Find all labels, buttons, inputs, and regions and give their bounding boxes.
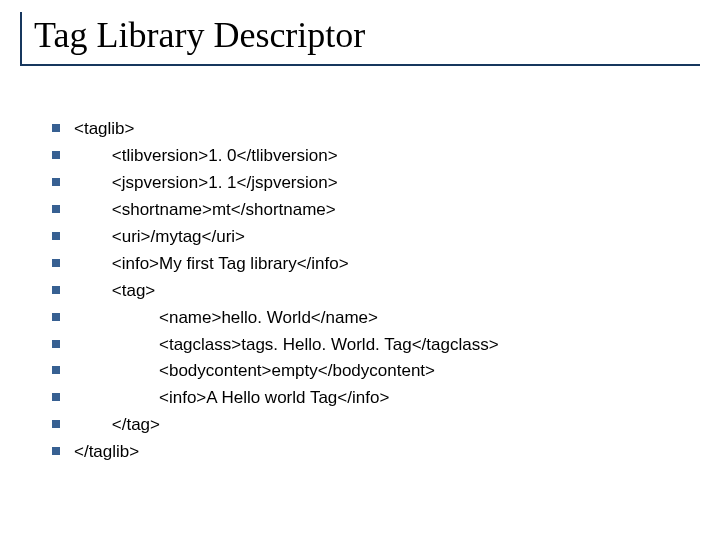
bullet-icon bbox=[52, 447, 60, 455]
bullet-icon bbox=[52, 151, 60, 159]
code-block: <taglib> <tlibversion>1. 0</tlibversion>… bbox=[52, 118, 690, 468]
code-line: <tlibversion>1. 0</tlibversion> bbox=[52, 145, 690, 168]
code-text: <info>My first Tag library</info> bbox=[74, 253, 349, 276]
bullet-icon bbox=[52, 124, 60, 132]
bullet-icon bbox=[52, 259, 60, 267]
slide-title: Tag Library Descriptor bbox=[34, 16, 700, 56]
bullet-icon bbox=[52, 340, 60, 348]
code-line: <taglib> bbox=[52, 118, 690, 141]
code-line: </taglib> bbox=[52, 441, 690, 464]
bullet-icon bbox=[52, 286, 60, 294]
code-text: </taglib> bbox=[74, 441, 139, 464]
bullet-icon bbox=[52, 205, 60, 213]
code-line: <tag> bbox=[52, 280, 690, 303]
title-container: Tag Library Descriptor bbox=[20, 12, 700, 66]
code-text: </tag> bbox=[74, 414, 160, 437]
slide: Tag Library Descriptor <taglib> <tlibver… bbox=[0, 0, 720, 540]
code-line: <uri>/mytag</uri> bbox=[52, 226, 690, 249]
code-text: <jspversion>1. 1</jspversion> bbox=[74, 172, 338, 195]
code-text: <taglib> bbox=[74, 118, 135, 141]
bullet-icon bbox=[52, 313, 60, 321]
title-rule: Tag Library Descriptor bbox=[20, 12, 700, 66]
code-text: <uri>/mytag</uri> bbox=[74, 226, 245, 249]
code-line: <jspversion>1. 1</jspversion> bbox=[52, 172, 690, 195]
code-line: <shortname>mt</shortname> bbox=[52, 199, 690, 222]
code-text: <tlibversion>1. 0</tlibversion> bbox=[74, 145, 338, 168]
code-line: <name>hello. World</name> bbox=[52, 307, 690, 330]
code-text: <tag> bbox=[74, 280, 155, 303]
code-line: <bodycontent>empty</bodycontent> bbox=[52, 360, 690, 383]
code-line: <info>My first Tag library</info> bbox=[52, 253, 690, 276]
bullet-icon bbox=[52, 178, 60, 186]
bullet-icon bbox=[52, 393, 60, 401]
code-text: <info>A Hello world Tag</info> bbox=[74, 387, 389, 410]
code-text: <name>hello. World</name> bbox=[74, 307, 378, 330]
bullet-icon bbox=[52, 232, 60, 240]
code-text: <tagclass>tags. Hello. World. Tag</tagcl… bbox=[74, 334, 499, 357]
code-text: <shortname>mt</shortname> bbox=[74, 199, 336, 222]
bullet-icon bbox=[52, 366, 60, 374]
code-line: <tagclass>tags. Hello. World. Tag</tagcl… bbox=[52, 334, 690, 357]
code-line: <info>A Hello world Tag</info> bbox=[52, 387, 690, 410]
bullet-icon bbox=[52, 420, 60, 428]
code-text: <bodycontent>empty</bodycontent> bbox=[74, 360, 435, 383]
code-line: </tag> bbox=[52, 414, 690, 437]
